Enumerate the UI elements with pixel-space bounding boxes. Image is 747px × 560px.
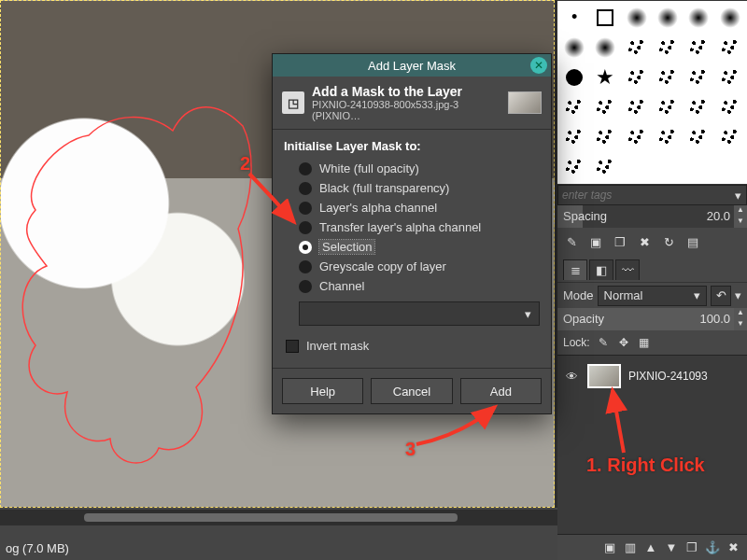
new-brush-icon[interactable]: ▣ bbox=[587, 233, 604, 250]
brush-cell[interactable] bbox=[559, 153, 589, 182]
spacing-value[interactable]: 20.0 bbox=[685, 205, 734, 228]
brush-cell[interactable] bbox=[653, 63, 683, 91]
close-icon[interactable]: ✕ bbox=[530, 57, 547, 74]
brush-cell[interactable] bbox=[590, 123, 620, 152]
layer-row[interactable]: 👁 PIXNIO-241093 bbox=[557, 359, 747, 393]
brush-grid[interactable]: • bbox=[557, 0, 747, 185]
raise-layer-icon[interactable]: ▲ bbox=[642, 539, 659, 556]
brush-iconbar: ✎ ▣ ❐ ✖ ↻ ▤ bbox=[557, 228, 747, 256]
lock-position-icon[interactable]: ✥ bbox=[616, 335, 631, 350]
lock-alpha-icon[interactable]: ▦ bbox=[637, 335, 652, 350]
spacing-row: Spacing 20.0 ▲▼ bbox=[557, 205, 747, 228]
dialog-titlebar[interactable]: Add Layer Mask ✕ bbox=[273, 54, 551, 77]
invert-mask-checkbox[interactable]: Invert mask bbox=[284, 335, 540, 364]
radio-channel[interactable]: Channel bbox=[284, 276, 540, 296]
chevron-down-icon[interactable]: ▾ bbox=[735, 288, 741, 302]
chevron-down-icon[interactable]: ▾ bbox=[729, 189, 746, 203]
visibility-eye-icon[interactable]: 👁 bbox=[563, 370, 580, 384]
brush-cell[interactable] bbox=[590, 153, 620, 182]
help-button[interactable]: Help bbox=[282, 378, 363, 404]
brush-cell[interactable] bbox=[559, 33, 589, 62]
brush-cell[interactable] bbox=[684, 92, 713, 121]
brush-cell[interactable] bbox=[715, 92, 745, 121]
lock-row: Lock: ✎ ✥ ▦ bbox=[557, 330, 747, 355]
channel-select[interactable]: ▾ bbox=[299, 301, 540, 326]
radio-greyscale[interactable]: Greyscale copy of layer bbox=[284, 257, 540, 276]
new-layer-icon[interactable]: ▣ bbox=[601, 539, 618, 556]
brush-cell[interactable] bbox=[622, 3, 652, 32]
open-brush-icon[interactable]: ▤ bbox=[684, 233, 701, 250]
tab-channels[interactable]: ◧ bbox=[589, 259, 613, 280]
duplicate-layer-icon[interactable]: ❐ bbox=[684, 539, 700, 556]
dialog-buttons: Help Cancel Add bbox=[273, 368, 551, 413]
mode-revert-button[interactable]: ↶ bbox=[711, 286, 731, 306]
mode-label: Mode bbox=[563, 288, 594, 302]
lock-label: Lock: bbox=[563, 336, 590, 349]
brush-cell[interactable] bbox=[684, 153, 713, 182]
radio-label: Black (full transparency) bbox=[319, 181, 449, 195]
brush-cell[interactable] bbox=[559, 92, 589, 121]
brush-cell[interactable] bbox=[559, 63, 589, 91]
brush-cell[interactable] bbox=[653, 3, 683, 32]
brush-cell[interactable] bbox=[653, 33, 683, 62]
brush-cell[interactable] bbox=[653, 153, 683, 182]
opacity-value[interactable]: 100.0 bbox=[687, 308, 734, 330]
brush-cell[interactable] bbox=[653, 92, 683, 121]
chevron-down-icon: ▾ bbox=[694, 288, 700, 302]
tag-filter-row: ▾ bbox=[557, 185, 747, 205]
brush-cell[interactable] bbox=[622, 123, 652, 152]
radio-label: Layer's alpha channel bbox=[319, 201, 437, 215]
lower-layer-icon[interactable]: ▼ bbox=[663, 539, 680, 556]
tag-filter-input[interactable] bbox=[558, 187, 729, 203]
spacing-stepper[interactable]: ▲▼ bbox=[734, 205, 747, 228]
brush-cell[interactable] bbox=[684, 33, 713, 62]
opacity-stepper[interactable]: ▲▼ bbox=[734, 308, 747, 330]
brush-cell[interactable] bbox=[684, 3, 713, 32]
brush-cell[interactable] bbox=[622, 63, 652, 91]
brush-cell[interactable] bbox=[653, 123, 683, 152]
anchor-layer-icon[interactable]: ⚓ bbox=[704, 539, 721, 556]
brush-cell[interactable] bbox=[590, 33, 620, 62]
layer-mask-icon: ◳ bbox=[282, 91, 304, 114]
brush-cell[interactable] bbox=[684, 123, 713, 152]
brush-cell[interactable] bbox=[559, 123, 589, 152]
radio-selection[interactable]: Selection bbox=[284, 237, 540, 257]
layer-name[interactable]: PIXNIO-241093 bbox=[628, 370, 708, 383]
delete-brush-icon[interactable]: ✖ bbox=[636, 233, 653, 250]
layers-list[interactable]: 👁 PIXNIO-241093 bbox=[557, 355, 747, 534]
brush-cell[interactable] bbox=[715, 123, 745, 152]
brush-cell[interactable] bbox=[590, 92, 620, 121]
radio-transfer-alpha[interactable]: Transfer layer's alpha channel bbox=[284, 217, 540, 237]
brush-cell[interactable] bbox=[715, 33, 745, 62]
radio-black[interactable]: Black (full transparency) bbox=[284, 178, 540, 198]
refresh-brush-icon[interactable]: ↻ bbox=[660, 233, 677, 250]
brush-cell[interactable] bbox=[590, 3, 620, 32]
horizontal-scrollbar[interactable] bbox=[0, 510, 557, 525]
new-group-icon[interactable]: ▥ bbox=[622, 539, 639, 556]
layer-thumbnail[interactable] bbox=[587, 364, 621, 388]
radio-alpha[interactable]: Layer's alpha channel bbox=[284, 198, 540, 217]
brush-cell[interactable] bbox=[622, 33, 652, 62]
dialog-title: Add Layer Mask bbox=[368, 59, 456, 73]
radio-white[interactable]: White (full opacity) bbox=[284, 159, 540, 178]
brush-cell[interactable] bbox=[715, 63, 745, 91]
brush-cell[interactable] bbox=[684, 63, 713, 91]
panel-tabs: ≣ ◧ 〰 bbox=[557, 256, 747, 282]
blend-mode-select[interactable]: Normal ▾ bbox=[598, 286, 707, 306]
right-panel: • ▾ bbox=[557, 0, 747, 560]
brush-cell[interactable] bbox=[622, 92, 652, 121]
add-button[interactable]: Add bbox=[460, 378, 542, 404]
brush-cell[interactable] bbox=[622, 153, 652, 182]
duplicate-brush-icon[interactable]: ❐ bbox=[612, 233, 628, 250]
brush-cell[interactable] bbox=[715, 3, 745, 32]
cancel-button[interactable]: Cancel bbox=[371, 378, 452, 404]
tab-layers[interactable]: ≣ bbox=[563, 259, 587, 280]
brush-cell[interactable] bbox=[590, 63, 620, 91]
edit-brush-icon[interactable]: ✎ bbox=[563, 233, 580, 250]
radio-label: Selection bbox=[319, 240, 374, 254]
tab-paths[interactable]: 〰 bbox=[615, 259, 640, 280]
brush-cell[interactable]: • bbox=[559, 3, 589, 32]
lock-pixels-icon[interactable]: ✎ bbox=[596, 335, 611, 350]
brush-cell[interactable] bbox=[715, 153, 745, 182]
delete-layer-icon[interactable]: ✖ bbox=[725, 539, 741, 556]
